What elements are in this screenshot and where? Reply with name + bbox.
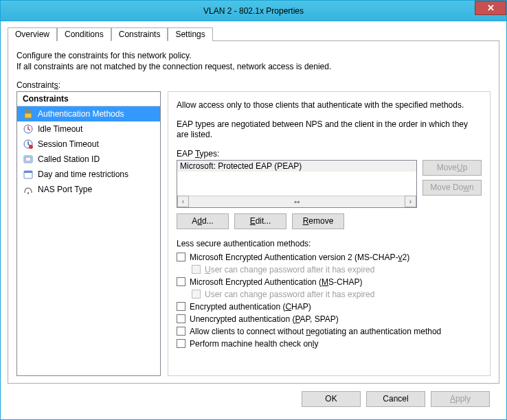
checkbox-icon — [192, 290, 201, 299]
sidebar-item-label: Authentication Methods — [38, 109, 124, 119]
ok-button[interactable]: OK — [302, 391, 361, 407]
constraints-list-label: Constraints: — [16, 80, 491, 90]
eap-types-list[interactable]: Microsoft: Protected EAP (PEAP) ‹ ▪▪ › — [177, 160, 417, 208]
intro-line2: If all constraints are not matched by th… — [16, 62, 491, 73]
dialog-footer: OK Cancel Apply — [8, 384, 499, 414]
intro-line1: Configure the constraints for this netwo… — [16, 51, 491, 62]
nas-port-icon — [23, 184, 34, 195]
auth-methods-panel: Allow access only to those clients that … — [168, 91, 491, 376]
move-buttons: Move Up Move Down — [422, 160, 482, 208]
checkbox-icon[interactable] — [177, 339, 185, 348]
sidebar-item-idle-timeout[interactable]: Idle Timeout — [17, 121, 160, 137]
calendar-icon — [23, 169, 34, 180]
svg-point-3 — [29, 145, 33, 149]
body-split: Constraints Authentication Methods Idle … — [16, 91, 491, 376]
tabs: Overview Conditions Constraints Settings — [8, 27, 499, 41]
lock-icon — [23, 108, 34, 119]
eap-scrollbar[interactable]: ‹ ▪▪ › — [177, 196, 416, 207]
sidebar-item-session-timeout[interactable]: Session Timeout — [17, 137, 160, 152]
titlebar: VLAN 2 - 802.1x Properties ✕ — [1, 1, 506, 21]
checkbox-icon[interactable] — [177, 327, 185, 336]
scroll-right-icon[interactable]: › — [405, 196, 416, 207]
close-button[interactable]: ✕ — [475, 1, 506, 15]
checkbox-no-negotiate[interactable]: Allow clients to connect without negotia… — [177, 327, 482, 336]
checkbox-mschapv2[interactable]: Microsoft Encrypted Authentication versi… — [177, 253, 482, 262]
sidebar-item-day-time[interactable]: Day and time restrictions — [17, 167, 160, 182]
checkbox-pap[interactable]: Unencrypted authentication (PAP, SPAP) — [177, 314, 482, 324]
remove-button[interactable]: Remove — [292, 213, 344, 229]
intro-text: Configure the constraints for this netwo… — [16, 51, 491, 72]
less-secure-label: Less secure authentication methods: — [177, 239, 482, 248]
svg-rect-8 — [27, 192, 29, 194]
checkbox-mschap[interactable]: Microsoft Encrypted Authentication (MS-C… — [177, 277, 482, 287]
constraints-sidebar: Constraints Authentication Methods Idle … — [16, 91, 161, 376]
allow-text: Allow access only to those clients that … — [177, 100, 482, 111]
apply-button[interactable]: Apply — [431, 391, 490, 407]
checkbox-mschapv2-changepw: User can change password after it has ex… — [192, 265, 482, 275]
negotiated-text: EAP types are negotiated between NPS and… — [177, 119, 482, 141]
checkbox-icon — [192, 265, 201, 274]
add-button[interactable]: Add... — [177, 213, 229, 229]
idle-timeout-icon — [23, 124, 34, 135]
eap-row: Microsoft: Protected EAP (PEAP) ‹ ▪▪ › M… — [177, 160, 482, 208]
sidebar-item-label: NAS Port Type — [38, 185, 92, 194]
tab-overview[interactable]: Overview — [8, 27, 57, 41]
svg-rect-0 — [25, 113, 32, 118]
scroll-track[interactable]: ▪▪ — [189, 197, 405, 207]
called-station-icon — [23, 154, 34, 165]
eap-action-buttons: Add... Edit... Remove — [177, 213, 482, 229]
session-timeout-icon — [23, 139, 34, 150]
client-area: Overview Conditions Constraints Settings… — [1, 21, 506, 419]
checkbox-chap[interactable]: Encrypted authentication (CHAP) — [177, 302, 482, 312]
eap-list-item[interactable]: Microsoft: Protected EAP (PEAP) — [177, 161, 416, 172]
move-up-button[interactable]: Move Up — [422, 160, 482, 176]
window-title: VLAN 2 - 802.1x Properties — [1, 6, 506, 16]
cancel-button[interactable]: Cancel — [366, 391, 425, 407]
properties-window: VLAN 2 - 802.1x Properties ✕ Overview Co… — [0, 0, 507, 420]
checkbox-icon[interactable] — [177, 314, 185, 323]
checkbox-icon[interactable] — [177, 277, 185, 286]
sidebar-item-label: Idle Timeout — [38, 124, 82, 134]
sidebar-item-nas-port-type[interactable]: NAS Port Type — [17, 182, 160, 197]
move-down-button[interactable]: Move Down — [422, 180, 482, 196]
scroll-left-icon[interactable]: ‹ — [177, 196, 189, 207]
checkbox-icon[interactable] — [177, 302, 185, 311]
tabpage-constraints: Configure the constraints for this netwo… — [8, 41, 499, 384]
checkbox-health-only[interactable]: Perform machine health check only — [177, 339, 482, 349]
svg-rect-7 — [24, 171, 32, 173]
sidebar-item-label: Called Station ID — [38, 154, 100, 164]
checkbox-mschap-changepw: User can change password after it has ex… — [192, 290, 482, 299]
tab-conditions[interactable]: Conditions — [57, 27, 111, 41]
sidebar-item-authentication-methods[interactable]: Authentication Methods — [17, 106, 160, 121]
eap-types-label: EAP Types: — [177, 149, 482, 159]
close-icon: ✕ — [487, 3, 495, 13]
edit-button[interactable]: Edit... — [234, 213, 286, 229]
sidebar-item-called-station-id[interactable]: Called Station ID — [17, 152, 160, 167]
svg-rect-5 — [25, 157, 31, 161]
tab-constraints[interactable]: Constraints — [111, 27, 168, 41]
sidebar-header: Constraints — [17, 92, 160, 106]
sidebar-item-label: Day and time restrictions — [38, 170, 128, 179]
tab-settings[interactable]: Settings — [168, 27, 212, 41]
sidebar-item-label: Session Timeout — [38, 139, 99, 149]
checkbox-icon[interactable] — [177, 253, 185, 261]
